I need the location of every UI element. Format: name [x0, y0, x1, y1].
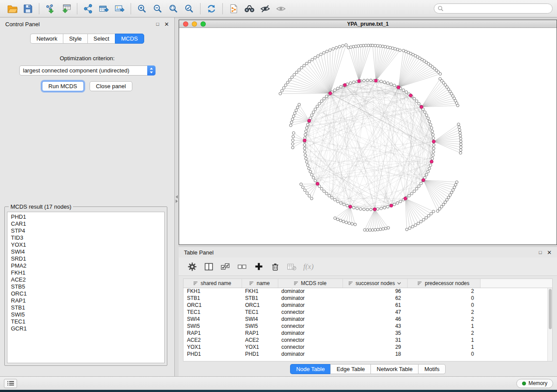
table-cell[interactable]: SWI5: [242, 323, 278, 330]
table-cell[interactable]: TEC1: [242, 309, 278, 316]
table-cell[interactable]: 2: [407, 309, 480, 316]
table-cell[interactable]: TEC1: [183, 309, 242, 316]
table-settings-button[interactable]: [185, 260, 200, 274]
import-network-button[interactable]: [42, 2, 58, 15]
table-cell[interactable]: dominator: [278, 330, 343, 337]
mcds-result-item[interactable]: ORC1: [7, 290, 164, 297]
table-cell[interactable]: dominator: [278, 295, 343, 302]
table-cell[interactable]: ACE2: [242, 337, 278, 344]
mcds-result-item[interactable]: TID3: [7, 234, 164, 241]
table-cell[interactable]: 2: [407, 330, 480, 337]
splitter-handle[interactable]: [175, 194, 178, 204]
table-cell[interactable]: 29: [343, 344, 407, 351]
zoom-in-button[interactable]: [134, 2, 150, 15]
table-cell[interactable]: 2: [407, 288, 480, 295]
table-row[interactable]: FKH1FKH1dominator962: [183, 288, 553, 295]
mcds-result-item[interactable]: PMA2: [7, 262, 164, 269]
table-scrollbar[interactable]: [547, 288, 552, 361]
table-cell[interactable]: dominator: [278, 351, 343, 358]
table-cell[interactable]: STB1: [183, 295, 242, 302]
float-table-panel-icon[interactable]: □: [539, 250, 542, 255]
float-panel-icon[interactable]: □: [156, 22, 159, 27]
deselect-all-button[interactable]: [235, 260, 249, 274]
tab-edge-table[interactable]: Edge Table: [330, 364, 370, 374]
function-builder-button[interactable]: f(x): [301, 260, 316, 274]
mcds-result-item[interactable]: STB5: [7, 283, 164, 290]
table-cell[interactable]: ACE2: [183, 337, 242, 344]
optimization-select[interactable]: largest connected component (undirected): [19, 65, 156, 76]
table-cell[interactable]: 0: [407, 351, 480, 358]
table-cell[interactable]: dominator: [278, 288, 343, 295]
close-panel-icon[interactable]: ✕: [164, 21, 169, 27]
status-list-button[interactable]: [4, 379, 17, 388]
minimize-window-icon[interactable]: [192, 21, 197, 27]
mcds-result-item[interactable]: STB1: [7, 304, 164, 311]
scrollbar-thumb[interactable]: [549, 289, 552, 329]
table-cell[interactable]: dominator: [278, 302, 343, 309]
first-neighbors-button[interactable]: [242, 2, 257, 15]
mcds-result-item[interactable]: SWI4: [7, 248, 164, 255]
table-cell[interactable]: ORC1: [242, 302, 278, 309]
mcds-result-item[interactable]: TEC1: [7, 318, 164, 325]
close-panel-button[interactable]: Close panel: [90, 81, 133, 91]
table-row[interactable]: RAP1RAP1dominator352: [183, 330, 553, 337]
table-cell[interactable]: 18: [343, 351, 407, 358]
collapse-left-icon[interactable]: [176, 195, 178, 199]
delete-table-button[interactable]: [284, 260, 299, 274]
delete-column-button[interactable]: [268, 260, 283, 274]
mcds-result-item[interactable]: SWI5: [7, 311, 164, 318]
network-from-database-button[interactable]: [226, 2, 242, 15]
column-header-name[interactable]: name: [242, 279, 278, 288]
table-row[interactable]: STB1STB1dominator620: [183, 295, 553, 302]
open-network-button[interactable]: [4, 2, 20, 15]
mcds-result-item[interactable]: PHD1: [7, 213, 164, 220]
mcds-result-item[interactable]: ACE2: [7, 276, 164, 283]
mcds-result-item[interactable]: CAR1: [7, 220, 164, 227]
add-column-button[interactable]: [251, 260, 266, 274]
table-cell[interactable]: STB1: [242, 295, 278, 302]
close-window-icon[interactable]: [183, 21, 188, 27]
table-cell[interactable]: PHD1: [183, 351, 242, 358]
table-row[interactable]: ORC1ORC1dominator610: [183, 302, 553, 309]
mcds-result-item[interactable]: FKH1: [7, 269, 164, 276]
table-cell[interactable]: connector: [278, 344, 343, 351]
column-header-successor-nodes[interactable]: successor nodes: [343, 279, 407, 288]
table-cell[interactable]: 31: [343, 337, 407, 344]
column-header-predecessor-nodes[interactable]: predecessor nodes: [407, 279, 480, 288]
zoom-selected-button[interactable]: [181, 2, 197, 15]
mcds-result-item[interactable]: YOX1: [7, 241, 164, 248]
table-cell[interactable]: connector: [278, 309, 343, 316]
select-all-button[interactable]: [218, 260, 233, 274]
table-cell[interactable]: 35: [343, 330, 407, 337]
table-cell[interactable]: 1: [407, 337, 480, 344]
table-row[interactable]: PHD1PHD1dominator180: [183, 351, 553, 358]
table-cell[interactable]: YOX1: [183, 344, 242, 351]
table-cell[interactable]: SWI5: [183, 323, 242, 330]
table-cell[interactable]: 96: [343, 288, 407, 295]
network-window-titlebar[interactable]: YPA_prune.txt_1: [179, 20, 557, 28]
table-cell[interactable]: 1: [407, 323, 480, 330]
table-cell[interactable]: 61: [343, 302, 407, 309]
mcds-result-item[interactable]: SRD1: [7, 255, 164, 262]
refresh-button[interactable]: [204, 2, 219, 15]
table-cell[interactable]: FKH1: [183, 288, 242, 295]
table-cell[interactable]: 46: [343, 316, 407, 323]
maximize-window-icon[interactable]: [201, 21, 206, 27]
table-cell[interactable]: connector: [278, 337, 343, 344]
table-row[interactable]: SWI4SWI4dominator462: [183, 316, 553, 323]
table-cell[interactable]: YOX1: [242, 344, 278, 351]
table-cell[interactable]: 62: [343, 295, 407, 302]
network-canvas[interactable]: [179, 28, 557, 244]
run-mcds-button[interactable]: Run MCDS: [42, 81, 84, 91]
export-table-button[interactable]: [96, 2, 112, 15]
mcds-result-item[interactable]: GCR1: [7, 325, 164, 332]
search-box[interactable]: [434, 3, 553, 14]
show-columns-button[interactable]: [201, 260, 216, 274]
tab-select[interactable]: Select: [87, 34, 115, 44]
tab-network[interactable]: Network: [30, 34, 63, 44]
table-cell[interactable]: SWI4: [183, 316, 242, 323]
mcds-result-list[interactable]: PHD1CAR1STP4TID3YOX1SWI4SRD1PMA2FKH1ACE2…: [7, 212, 165, 363]
export-network-button[interactable]: [80, 2, 96, 15]
memory-button[interactable]: Memory: [516, 379, 553, 388]
import-table-button[interactable]: [58, 2, 74, 15]
